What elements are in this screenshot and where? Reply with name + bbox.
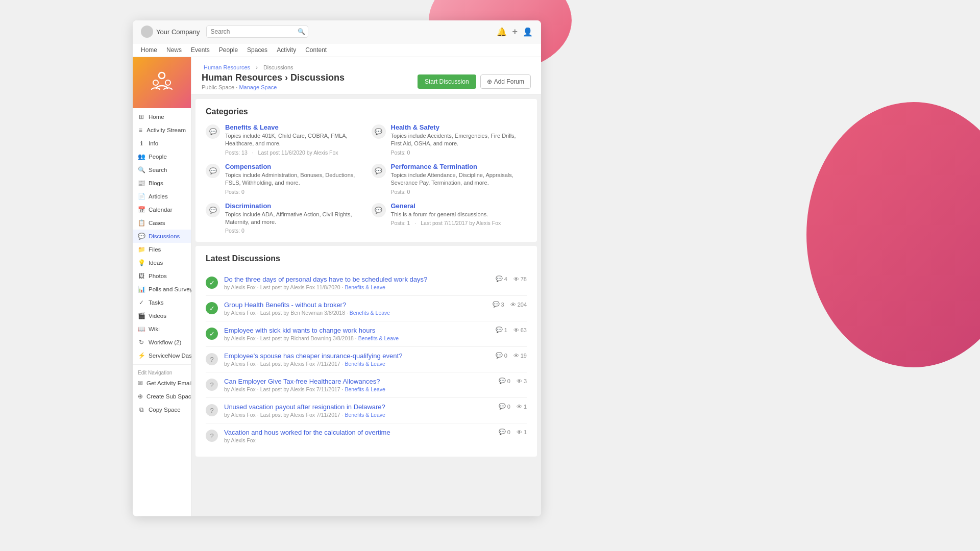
discussion-4-comments: 💬 0 [499,378,510,384]
category-discrimination-content: Discrimination Topics include ADA, Affir… [225,202,361,234]
discussion-5-content: Unused vacation payout after resignation… [224,403,493,418]
discussion-5-views: 👁 1 [517,404,527,410]
sidebar-item-copy-space[interactable]: ⧉ Copy Space [133,403,191,416]
create-sub-space-icon: ⊕ [138,393,143,400]
discussion-1-meta: by Alexis Fox · Last post by Ben Newman … [224,310,486,316]
discussion-0-title[interactable]: Do the three days of personal days have … [224,276,489,283]
start-discussion-button[interactable]: Start Discussion [418,74,476,89]
add-forum-button[interactable]: ⊕Add Forum [480,74,531,89]
discussion-1-title[interactable]: Group Health Benefits - without a broker… [224,301,486,309]
discussion-5-tag[interactable]: Benefits & Leave [345,412,385,418]
sidebar-item-info[interactable]: ℹ Info [133,137,191,150]
tasks-icon: ✓ [138,299,145,306]
discussion-6-title[interactable]: Vacation and hous worked for the calcula… [224,429,493,436]
discussion-0-tag[interactable]: Benefits & Leave [345,284,385,290]
search-input[interactable] [206,26,308,38]
sidebar-item-activity-stream-label: Activity Stream [146,127,186,133]
sidebar-item-people-label: People [149,154,167,160]
discussion-2-views: 👁 63 [513,327,527,333]
sidebar-item-blogs[interactable]: 📰 Blogs [133,177,191,190]
breadcrumb-space-link[interactable]: Human Resources [204,64,250,70]
user-avatar-icon[interactable]: 👤 [523,27,533,37]
sidebar-item-wiki[interactable]: 📖 Wiki [133,322,191,336]
sidebar-item-discussions-label: Discussions [149,233,180,239]
sidebar-item-tasks[interactable]: ✓ Tasks [133,296,191,309]
workflow-icon: ↻ [138,339,145,346]
sidebar-item-files[interactable]: 📁 Files [133,243,191,256]
sidebar-nav: ⊞ Home ≡ Activity Stream ℹ Info 👥 People… [133,108,191,418]
discussion-4-tag[interactable]: Benefits & Leave [345,386,385,392]
sidebar-item-search[interactable]: 🔍 Search [133,163,191,177]
nav-home[interactable]: Home [141,46,157,54]
category-compensation-name[interactable]: Compensation [225,163,361,170]
category-performance-termination-name[interactable]: Performance & Termination [391,163,527,170]
views-icon: 👁 [513,353,519,359]
sidebar-item-activity-stream[interactable]: ≡ Activity Stream [133,123,191,137]
sidebar-item-calendar[interactable]: 📅 Calendar [133,203,191,216]
sidebar-item-servicenow[interactable]: ⚡ ServiceNow Dashboard [133,349,191,362]
main-panel: Human Resources › Discussions Human Reso… [191,57,541,516]
category-health-safety-meta: Posts: 0 [391,149,527,156]
discussion-3-tag[interactable]: Benefits & Leave [345,361,385,367]
sidebar-item-wiki-label: Wiki [149,326,160,332]
discussion-1-tag[interactable]: Benefits & Leave [350,310,390,316]
category-performance-termination-desc: Topics include Attendance, Discipline, A… [391,171,527,187]
discussion-2-tag[interactable]: Benefits & Leave [358,335,399,341]
svg-point-1 [153,80,158,85]
add-forum-icon: ⊕ [487,78,492,85]
discussion-3: ? Employee's spouse has cheaper insuranc… [206,347,527,372]
nav-events[interactable]: Events [191,46,210,54]
discussion-6-views: 👁 1 [517,429,527,435]
nav-news[interactable]: News [166,46,182,54]
discussion-5-title[interactable]: Unused vacation payout after resignation… [224,403,493,411]
discussion-1-views: 👁 204 [510,302,527,308]
discussion-3-title[interactable]: Employee's spouse has cheaper insurance-… [224,352,489,360]
discussion-3-status: ? [206,353,218,365]
sidebar-item-people[interactable]: 👥 People [133,150,191,163]
sidebar-search-icon: 🔍 [138,166,145,173]
discussion-1-comments: 💬 3 [493,301,504,308]
category-compensation-desc: Topics include Administration, Bonuses, … [225,171,361,187]
page-header: Human Resources › Discussions Human Reso… [191,57,541,95]
sidebar-item-copy-space-label: Copy Space [149,407,181,413]
videos-icon: 🎬 [138,312,145,319]
get-activity-email-icon: ✉ [138,380,143,387]
category-general-name[interactable]: General [391,202,504,210]
discussion-3-meta: by Alexis Fox · Last post by Alexis Fox … [224,361,489,367]
nav-people[interactable]: People [219,46,238,54]
sidebar-item-photos[interactable]: 🖼 Photos [133,269,191,283]
category-compensation-meta: Posts: 0 [225,189,361,195]
add-icon[interactable]: + [512,27,518,37]
discussion-4-title[interactable]: Can Employer Give Tax-free Healthcare Al… [224,378,493,385]
notifications-icon[interactable]: 🔔 [497,27,507,37]
sidebar-item-workflow[interactable]: ↻ Workflow (2) [133,336,191,349]
comment-icon: 💬 [496,276,503,282]
nav-activity[interactable]: Activity [277,46,296,54]
sidebar-item-discussions[interactable]: 💬 Discussions [133,230,191,243]
copy-space-icon: ⧉ [138,406,145,413]
cases-icon: 📋 [138,219,145,227]
category-general: 💬 General This is a forum for general di… [372,202,527,234]
sidebar-item-create-sub-space[interactable]: ⊕ Create Sub Space [133,390,191,403]
sidebar-item-videos[interactable]: 🎬 Videos [133,309,191,322]
discussion-4-stats: 💬 0 👁 3 [499,378,527,384]
sidebar-item-polls-surveys[interactable]: 📊 Polls and Surveys [133,283,191,296]
sidebar-item-articles[interactable]: 📄 Articles [133,190,191,203]
sidebar-item-ideas[interactable]: 💡 Ideas [133,256,191,269]
sidebar-item-get-activity-email[interactable]: ✉ Get Activity Email [133,377,191,390]
search-bar: 🔍 [206,26,308,38]
sidebar-item-home[interactable]: ⊞ Home [133,110,191,123]
category-benefits-leave-meta: Posts: 13 · Last post 11/6/2020 by Alexi… [225,149,361,156]
discussion-2-title[interactable]: Employee with sick kid wants to change w… [224,327,489,334]
sidebar-item-cases[interactable]: 📋 Cases [133,216,191,230]
category-discrimination-name[interactable]: Discrimination [225,202,361,210]
category-benefits-leave-name[interactable]: Benefits & Leave [225,123,361,131]
info-icon: ℹ [138,140,145,147]
discussion-3-comments: 💬 0 [496,352,507,359]
nav-content[interactable]: Content [305,46,327,54]
category-health-safety-name[interactable]: Health & Safety [391,123,527,131]
nav-spaces[interactable]: Spaces [247,46,267,54]
calendar-icon: 📅 [138,206,145,213]
comment-icon: 💬 [499,378,506,384]
home-icon: ⊞ [138,113,145,120]
